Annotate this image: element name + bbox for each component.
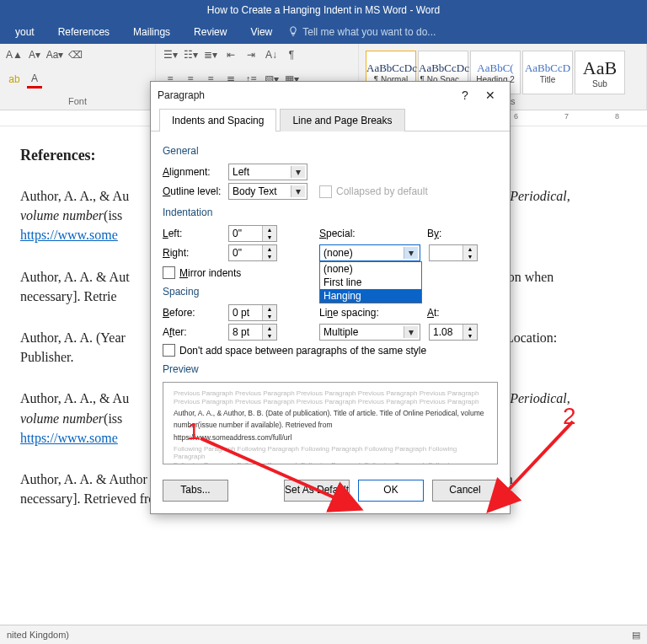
bulb-icon	[287, 25, 299, 37]
dontadd-checkbox[interactable]	[163, 344, 175, 357]
chevron-down-icon[interactable]: ▼	[263, 253, 276, 260]
special-label: Special:	[319, 228, 380, 239]
tab-layout[interactable]: yout	[3, 20, 46, 44]
style-subtitle[interactable]: AaBSub	[575, 51, 625, 94]
special-option-hanging[interactable]: Hanging	[320, 289, 421, 303]
language-status[interactable]: nited Kingdom)	[7, 630, 69, 640]
tab-mailings[interactable]: Mailings	[121, 20, 182, 44]
font-shrink-icon[interactable]: A▾	[27, 47, 42, 62]
chevron-up-icon[interactable]: ▲	[263, 245, 276, 253]
chevron-up-icon[interactable]: ▲	[263, 325, 276, 332]
indent-left-spinner[interactable]: 0"▲▼	[228, 225, 277, 242]
sort-icon[interactable]: A↓	[264, 47, 279, 62]
style-title[interactable]: AaBbCcDTitle	[522, 51, 573, 94]
linespacing-label: Line spacing:	[319, 307, 392, 319]
special-option-firstline[interactable]: First line	[320, 276, 421, 289]
chevron-down-icon[interactable]: ▼	[263, 233, 276, 241]
chevron-down-icon: ▾	[404, 326, 418, 338]
indent-left-label: Left:	[163, 228, 228, 239]
tab-indents-spacing[interactable]: Indents and Spacing	[159, 109, 276, 131]
outline-dropdown[interactable]: Body Text▾	[228, 183, 307, 200]
tabs-button[interactable]: Tabs...	[163, 480, 228, 502]
close-button[interactable]: ✕	[478, 89, 503, 102]
section-indentation: Indentation	[163, 207, 498, 218]
dialog-title: Paragraph	[158, 89, 205, 101]
at-spinner[interactable]: 1.08▲▼	[429, 324, 478, 341]
indent-icon[interactable]: ⇥	[243, 47, 259, 62]
numbering-icon[interactable]: ☷▾	[183, 47, 198, 62]
font-grow-icon[interactable]: A▲	[7, 47, 22, 62]
change-case-icon[interactable]: Aa▾	[47, 47, 62, 62]
at-label: At:	[427, 307, 461, 319]
preview-box: Previous Paragraph Previous Paragraph Pr…	[163, 382, 498, 464]
before-label: Before:	[163, 307, 228, 319]
ok-button[interactable]: OK	[358, 480, 424, 502]
reference-link[interactable]: https://www.some	[20, 431, 118, 445]
paragraph-dialog: Paragraph ? ✕ Indents and Spacing Line a…	[150, 81, 511, 514]
chevron-down-icon[interactable]: ▼	[263, 313, 276, 320]
after-label: After:	[163, 326, 228, 338]
mirror-checkbox[interactable]	[163, 266, 175, 279]
special-option-none[interactable]: (none)	[320, 262, 421, 276]
set-default-button[interactable]: Set As Default	[284, 480, 350, 502]
help-button[interactable]: ?	[452, 89, 478, 102]
after-spinner[interactable]: 8 pt▲▼	[228, 324, 277, 341]
chevron-up-icon[interactable]: ▲	[463, 245, 477, 253]
chevron-down-icon[interactable]: ▼	[263, 332, 276, 340]
outdent-icon[interactable]: ⇤	[223, 47, 238, 62]
font-color-icon[interactable]: A	[27, 71, 42, 89]
chevron-up-icon[interactable]: ▲	[263, 305, 276, 313]
section-preview: Preview	[163, 363, 498, 375]
chevron-down-icon[interactable]: ▼	[463, 253, 477, 260]
tab-view[interactable]: View	[238, 20, 284, 44]
chevron-down-icon: ▾	[291, 185, 305, 197]
group-label-font: Font	[7, 96, 148, 106]
chevron-down-icon: ▾	[404, 247, 418, 259]
view-buttons[interactable]: ▤	[632, 630, 640, 641]
collapsed-label: Collapsed by default	[336, 185, 428, 197]
before-spinner[interactable]: 0 pt▲▼	[228, 304, 277, 321]
special-dropdown[interactable]: (none)▾	[319, 244, 420, 261]
chevron-down-icon[interactable]: ▼	[463, 332, 477, 340]
chevron-up-icon[interactable]: ▲	[463, 325, 477, 332]
status-bar: nited Kingdom) ▤	[0, 625, 647, 644]
alignment-dropdown[interactable]: Left▾	[228, 164, 307, 180]
chevron-up-icon[interactable]: ▲	[263, 226, 276, 233]
reference-link[interactable]: https://www.some	[20, 228, 118, 242]
app-title: How to Create a Hanging Indent in MS Wor…	[0, 0, 647, 20]
cancel-button[interactable]: Cancel	[432, 480, 498, 502]
indent-right-spinner[interactable]: 0"▲▼	[228, 244, 277, 261]
ribbon-tabs: yout References Mailings Review View Tel…	[0, 20, 647, 44]
mirror-label: Mirror indents	[179, 267, 241, 279]
outline-label: Outline level:	[163, 185, 228, 197]
alignment-label: Alignment:	[163, 166, 228, 178]
tell-me[interactable]: Tell me what you want to do...	[284, 20, 447, 44]
linespacing-dropdown[interactable]: Multiple▾	[319, 324, 420, 341]
by-spinner[interactable]: ▲▼	[429, 244, 478, 261]
indent-right-label: Right:	[163, 247, 228, 259]
multilevel-icon[interactable]: ≣▾	[203, 47, 218, 62]
tab-line-page-breaks[interactable]: Line and Page Breaks	[280, 109, 404, 131]
pilcrow-icon[interactable]: ¶	[284, 47, 299, 62]
clear-format-icon[interactable]: ⌫	[67, 47, 83, 62]
tab-references[interactable]: References	[46, 20, 121, 44]
special-dropdown-list: (none) First line Hanging	[319, 261, 422, 303]
dontadd-label: Don't add space between paragraphs of th…	[179, 345, 426, 357]
by-label: By:	[427, 228, 461, 239]
collapsed-checkbox	[319, 185, 332, 198]
chevron-down-icon: ▾	[291, 166, 305, 178]
tab-review[interactable]: Review	[182, 20, 238, 44]
bullets-icon[interactable]: ☰▾	[163, 47, 178, 62]
section-general: General	[163, 145, 498, 157]
highlight-icon[interactable]: ab	[7, 72, 22, 87]
